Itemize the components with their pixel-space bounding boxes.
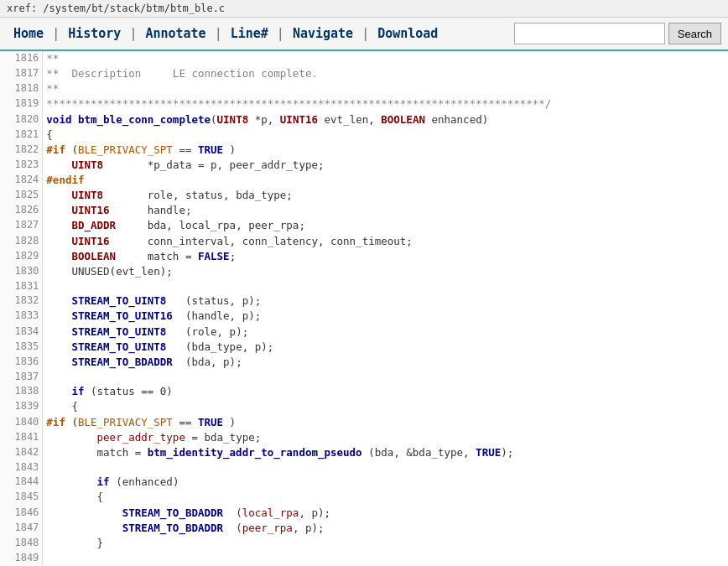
table-row: 1823 UINT8 *p_data = p, peer_addr_type; <box>0 158 728 173</box>
line-number: 1831 <box>0 279 43 293</box>
line-code: STREAM_TO_UINT8 (bda_type, p); <box>43 340 728 355</box>
line-code: STREAM_TO_UINT16 (handle, p); <box>43 309 728 324</box>
table-row: 1833 STREAM_TO_UINT16 (handle, p); <box>0 309 728 324</box>
nav-home[interactable]: Home <box>7 26 50 41</box>
line-number: 1844 <box>0 475 43 490</box>
table-row: 1817** Description LE connection complet… <box>0 66 728 81</box>
nav-navigate[interactable]: Navigate <box>286 26 360 41</box>
line-number: 1840 <box>0 415 43 430</box>
nav-history[interactable]: History <box>61 26 127 41</box>
table-row: 1838 if (status == 0) <box>0 384 728 399</box>
table-row: 1822#if (BLE_PRIVACY_SPT == TRUE ) <box>0 143 728 158</box>
line-code: ****************************************… <box>43 96 728 112</box>
line-number: 1823 <box>0 158 43 173</box>
line-code: if (status == 0) <box>43 384 728 399</box>
line-code <box>43 460 728 475</box>
search-button[interactable]: Search <box>668 23 721 44</box>
code-table: 1816**1817** Description LE connection c… <box>0 51 728 565</box>
table-row: 1844 if (enhanced) <box>0 475 728 490</box>
line-number: 1828 <box>0 234 43 249</box>
line-number: 1837 <box>0 370 43 384</box>
table-row: 1826 UINT16 handle; <box>0 203 728 218</box>
line-code: BOOLEAN match = FALSE; <box>43 249 728 264</box>
table-row: 1828 UINT16 conn_interval, conn_latency,… <box>0 234 728 249</box>
line-number: 1821 <box>0 127 43 143</box>
line-code: UINT16 handle; <box>43 203 728 218</box>
line-number: 1839 <box>0 399 43 414</box>
table-row: 1847 STREAM_TO_BDADDR (peer_rpa, p); <box>0 521 728 536</box>
line-number: 1816 <box>0 51 43 66</box>
table-row: 1846 STREAM_TO_BDADDR (local_rpa, p); <box>0 506 728 521</box>
nav-lineno[interactable]: Line# <box>224 26 275 41</box>
table-row: 1848 } <box>0 536 728 551</box>
line-number: 1835 <box>0 340 43 355</box>
nav-annotate[interactable]: Annotate <box>138 26 212 41</box>
table-row: 1834 STREAM_TO_UINT8 (role, p); <box>0 325 728 340</box>
line-number: 1830 <box>0 264 43 279</box>
line-number: 1847 <box>0 521 43 536</box>
line-code: { <box>43 127 728 143</box>
line-number: 1849 <box>0 551 43 565</box>
line-code: ** Description LE connection complete. <box>43 66 728 81</box>
line-number: 1841 <box>0 430 43 445</box>
line-code: STREAM_TO_BDADDR (bda, p); <box>43 355 728 370</box>
line-number: 1818 <box>0 81 43 96</box>
line-code: UINT16 conn_interval, conn_latency, conn… <box>43 234 728 249</box>
line-code: BD_ADDR bda, local_rpa, peer_rpa; <box>43 218 728 233</box>
line-code: { <box>43 399 728 414</box>
line-number: 1846 <box>0 506 43 521</box>
line-code: STREAM_TO_BDADDR (peer_rpa, p); <box>43 521 728 536</box>
line-number: 1820 <box>0 112 43 127</box>
line-number: 1842 <box>0 445 43 460</box>
line-code: STREAM_TO_UINT8 (role, p); <box>43 325 728 340</box>
table-row: 1840#if (BLE_PRIVACY_SPT == TRUE ) <box>0 415 728 430</box>
line-code: if (enhanced) <box>43 475 728 490</box>
line-code: ** <box>43 81 728 96</box>
nav-bar: Home | History | Annotate | Line# | Navi… <box>0 18 728 51</box>
line-code: UNUSED(evt_len); <box>43 264 728 279</box>
line-code: STREAM_TO_BDADDR (local_rpa, p); <box>43 506 728 521</box>
table-row: 1827 BD_ADDR bda, local_rpa, peer_rpa; <box>0 218 728 233</box>
line-number: 1822 <box>0 143 43 158</box>
line-number: 1838 <box>0 384 43 399</box>
line-number: 1832 <box>0 293 43 309</box>
line-code: } <box>43 536 728 551</box>
line-number: 1829 <box>0 249 43 264</box>
table-row: 1837 <box>0 370 728 384</box>
line-code: ** <box>43 51 728 66</box>
line-number: 1845 <box>0 490 43 505</box>
code-area[interactable]: 1816**1817** Description LE connection c… <box>0 51 728 566</box>
line-code: void btm_ble_conn_complete(UINT8 *p, UIN… <box>43 112 728 127</box>
table-row: 1836 STREAM_TO_BDADDR (bda, p); <box>0 355 728 370</box>
line-number: 1819 <box>0 96 43 112</box>
filepath-bar: xref: /system/bt/stack/btm/btm_ble.c <box>0 0 728 18</box>
table-row: 1825 UINT8 role, status, bda_type; <box>0 188 728 203</box>
line-code <box>43 551 728 565</box>
table-row: 1841 peer_addr_type = bda_type; <box>0 430 728 445</box>
line-code <box>43 279 728 293</box>
line-code: STREAM_TO_UINT8 (status, p); <box>43 293 728 309</box>
line-code: #if (BLE_PRIVACY_SPT == TRUE ) <box>43 415 728 430</box>
table-row: 1845 { <box>0 490 728 505</box>
table-row: 1835 STREAM_TO_UINT8 (bda_type, p); <box>0 340 728 355</box>
table-row: 1849 <box>0 551 728 565</box>
line-code: { <box>43 490 728 505</box>
line-number: 1843 <box>0 460 43 475</box>
table-row: 1839 { <box>0 399 728 414</box>
line-code: #endif <box>43 173 728 188</box>
line-number: 1825 <box>0 188 43 203</box>
table-row: 1824#endif <box>0 173 728 188</box>
line-number: 1834 <box>0 325 43 340</box>
search-input[interactable] <box>514 23 665 44</box>
table-row: 1843 <box>0 460 728 475</box>
table-row: 1819************************************… <box>0 96 728 112</box>
line-code: #if (BLE_PRIVACY_SPT == TRUE ) <box>43 143 728 158</box>
line-code <box>43 370 728 384</box>
line-number: 1817 <box>0 66 43 81</box>
line-number: 1848 <box>0 536 43 551</box>
table-row: 1820void btm_ble_conn_complete(UINT8 *p,… <box>0 112 728 127</box>
line-number: 1833 <box>0 309 43 324</box>
line-code: peer_addr_type = bda_type; <box>43 430 728 445</box>
nav-download[interactable]: Download <box>371 26 445 41</box>
line-number: 1824 <box>0 173 43 188</box>
